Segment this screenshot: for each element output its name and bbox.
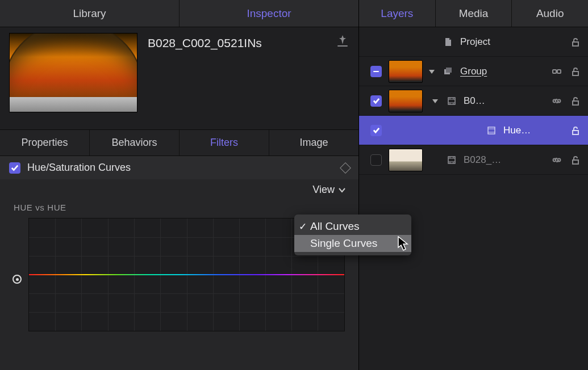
lock-icon[interactable]: [569, 96, 581, 106]
inspector-sub-tabs: Properties Behaviors Filters Image: [0, 130, 358, 156]
lock-icon[interactable]: [569, 37, 581, 47]
visibility-mixed-checkbox[interactable]: [370, 66, 382, 77]
pass-through-icon[interactable]: [551, 66, 563, 77]
pin-button[interactable]: [336, 35, 349, 47]
layer-row-project[interactable]: Project: [359, 27, 588, 57]
preview-row: B028_C002_0521INs: [0, 27, 358, 130]
layer-list: Project Group: [359, 27, 588, 175]
filter-section: Hue/Saturation Curves View HUE vs HUE: [0, 156, 358, 370]
layer-name: Project: [460, 36, 545, 48]
project-icon: [442, 37, 454, 47]
tab-audio[interactable]: Audio: [512, 0, 588, 27]
eyedropper-button[interactable]: [12, 275, 22, 284]
svg-rect-3: [553, 70, 556, 73]
visibility-checkbox[interactable]: [370, 125, 382, 136]
layer-row-group[interactable]: Group: [359, 57, 588, 86]
right-top-tabs: Layers Media Audio: [359, 0, 588, 27]
subtab-behaviors[interactable]: Behaviors: [90, 130, 180, 155]
subtab-filters[interactable]: Filters: [180, 130, 269, 155]
mouse-cursor: [398, 236, 410, 255]
filter-enable-checkbox[interactable]: [9, 162, 20, 174]
layer-row-clip[interactable]: B0…: [359, 86, 588, 116]
layer-name: Hue…: [503, 125, 545, 136]
filter-layer-icon: [485, 125, 498, 136]
group-icon: [442, 66, 454, 77]
svg-rect-2: [446, 68, 452, 73]
svg-marker-0: [429, 70, 435, 74]
keyframe-icon[interactable]: [340, 162, 351, 174]
tab-library[interactable]: Library: [0, 0, 180, 27]
layer-thumbnail: [389, 90, 423, 112]
layer-row-clip[interactable]: B028_…: [359, 145, 588, 175]
lock-icon[interactable]: [569, 155, 581, 165]
subtab-properties[interactable]: Properties: [0, 130, 90, 155]
layer-row-filter[interactable]: Hue…: [359, 116, 588, 145]
clip-thumbnail[interactable]: [9, 33, 137, 112]
clip-icon: [445, 155, 458, 165]
lock-icon[interactable]: [569, 66, 581, 77]
tab-layers[interactable]: Layers: [359, 0, 436, 27]
clip-name: B028_C002_0521INs: [148, 36, 336, 50]
view-popup-menu: All Curves Single Curves: [294, 215, 411, 255]
svg-marker-5: [432, 99, 438, 103]
svg-rect-6: [448, 98, 455, 104]
clip-icon: [445, 96, 458, 106]
filter-header[interactable]: Hue/Saturation Curves: [0, 156, 358, 179]
disclosure-triangle[interactable]: [428, 68, 436, 75]
pin-icon: [339, 35, 346, 44]
svg-rect-15: [488, 127, 495, 134]
hue-gradient-line[interactable]: [29, 274, 344, 275]
menu-item-single-curves[interactable]: Single Curves: [294, 235, 411, 252]
left-top-tabs: Library Inspector: [0, 0, 358, 27]
disclosure-triangle[interactable]: [432, 98, 440, 104]
layer-name: Group: [460, 66, 545, 77]
link-icon[interactable]: [551, 155, 563, 165]
layer-name: B028_…: [464, 154, 545, 166]
layer-thumbnail: [389, 149, 423, 171]
tab-inspector[interactable]: Inspector: [180, 0, 358, 27]
chevron-down-icon: [338, 186, 346, 194]
layer-name: B0…: [464, 95, 545, 107]
view-label: View: [312, 184, 335, 196]
view-dropdown[interactable]: View: [0, 179, 358, 199]
lock-icon[interactable]: [569, 125, 581, 136]
tab-media[interactable]: Media: [436, 0, 512, 27]
visibility-checkbox[interactable]: [370, 154, 382, 166]
subtab-image[interactable]: Image: [269, 130, 358, 155]
layer-thumbnail: [389, 60, 423, 83]
svg-rect-4: [557, 70, 561, 73]
filter-title: Hue/Saturation Curves: [27, 162, 341, 174]
link-icon[interactable]: [551, 96, 563, 106]
svg-rect-18: [448, 157, 455, 163]
menu-item-all-curves[interactable]: All Curves: [294, 218, 411, 235]
visibility-checkbox[interactable]: [370, 95, 382, 107]
